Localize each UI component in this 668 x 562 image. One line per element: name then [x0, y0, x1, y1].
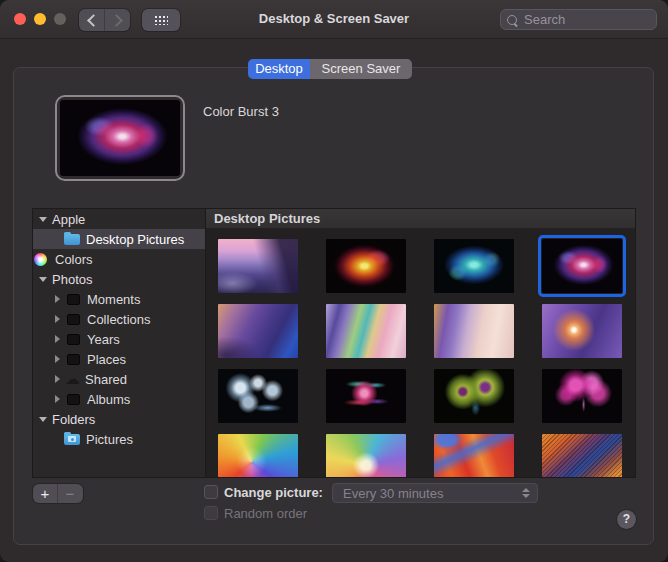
disclosure-open-icon[interactable] — [39, 277, 47, 282]
wallpaper-thumb-abstract-2[interactable] — [326, 304, 406, 358]
sidebar-group-photos[interactable]: Photos — [33, 269, 205, 289]
sidebar-item-label: Albums — [87, 392, 130, 407]
disclosure-open-icon[interactable] — [39, 217, 47, 222]
sidebar-item-shared[interactable]: ☁ Shared — [33, 369, 205, 389]
sidebar-item-collections[interactable]: Collections — [33, 309, 205, 329]
wallpaper-thumb-rainbow-3[interactable] — [434, 434, 514, 477]
wallpaper-thumb-rainbow-2[interactable] — [326, 434, 406, 477]
sidebar-item-label: Years — [87, 332, 120, 347]
disclosure-closed-icon[interactable] — [55, 355, 60, 363]
search-field[interactable] — [500, 9, 657, 30]
interval-popup-button[interactable]: Every 30 minutes — [332, 483, 538, 503]
group-label: Photos — [52, 272, 92, 287]
disclosure-closed-icon[interactable] — [55, 395, 60, 403]
source-split-view: Apple Desktop Pictures Colors Photos Mom… — [32, 208, 636, 478]
sidebar-item-label: Collections — [87, 312, 151, 327]
color-wheel-icon — [34, 253, 47, 266]
wallpaper-thumb-abstract-3[interactable] — [434, 304, 514, 358]
sidebar-item-years[interactable]: Years — [33, 329, 205, 349]
wallpaper-thumb-abstract-4[interactable] — [542, 304, 622, 358]
popup-chevrons-icon — [522, 488, 530, 498]
change-picture-label: Change picture: — [224, 485, 323, 500]
title-bar: Desktop & Screen Saver — [0, 0, 668, 39]
sidebar-group-folders[interactable]: Folders — [33, 409, 205, 429]
help-button[interactable]: ? — [617, 510, 636, 529]
source-sidebar: Apple Desktop Pictures Colors Photos Mom… — [33, 209, 206, 477]
disclosure-closed-icon[interactable] — [55, 315, 60, 323]
sidebar-item-pictures[interactable]: Pictures — [33, 429, 205, 449]
sidebar-item-moments[interactable]: Moments — [33, 289, 205, 309]
sidebar-item-label: Places — [87, 352, 126, 367]
grid-header: Desktop Pictures — [206, 209, 635, 229]
group-label: Apple — [52, 212, 85, 227]
interval-value: Every 30 minutes — [343, 486, 443, 501]
wallpaper-thumb-color-burst-3[interactable] — [542, 239, 622, 293]
wallpaper-thumb-rainbow-1[interactable] — [218, 434, 298, 477]
preferences-window: Desktop & Screen Saver Desktop Screen Sa… — [0, 0, 668, 562]
sidebar-item-desktop-pictures[interactable]: Desktop Pictures — [33, 229, 205, 249]
pictures-folder-icon — [64, 434, 80, 445]
current-wallpaper-preview — [60, 100, 180, 176]
wallpaper-thumb-rainbow-4[interactable] — [542, 434, 622, 477]
sidebar-item-albums[interactable]: Albums — [33, 389, 205, 409]
wallpaper-thumb-flower-2[interactable] — [326, 369, 406, 423]
sidebar-item-label: Pictures — [86, 432, 133, 447]
random-order-label: Random order — [224, 506, 307, 521]
wallpaper-thumb-flower-1[interactable] — [218, 369, 298, 423]
tab-desktop[interactable]: Desktop — [248, 59, 310, 79]
folder-icon — [64, 234, 80, 245]
wallpaper-thumb-flower-4[interactable] — [542, 369, 622, 423]
add-remove-segmented-control: + − — [33, 484, 83, 503]
sidebar-item-colors[interactable]: Colors — [33, 249, 205, 269]
album-icon — [67, 354, 80, 365]
change-picture-checkbox[interactable] — [204, 485, 218, 499]
tab-screen-saver[interactable]: Screen Saver — [310, 59, 412, 79]
sidebar-item-label: Moments — [87, 292, 140, 307]
sidebar-item-places[interactable]: Places — [33, 349, 205, 369]
add-folder-button[interactable]: + — [33, 484, 57, 503]
search-icon — [507, 15, 517, 25]
group-label: Folders — [52, 412, 95, 427]
disclosure-open-icon[interactable] — [39, 417, 47, 422]
wallpaper-thumb-burst-red[interactable] — [326, 239, 406, 293]
album-icon — [67, 314, 80, 325]
wallpaper-grid-pane: Desktop Pictures — [206, 209, 635, 477]
wallpaper-thumb-abstract-1[interactable] — [218, 304, 298, 358]
search-input[interactable] — [522, 11, 656, 28]
sidebar-item-label: Colors — [55, 252, 93, 267]
disclosure-closed-icon[interactable] — [55, 335, 60, 343]
sidebar-item-label: Desktop Pictures — [86, 232, 184, 247]
album-icon — [67, 334, 80, 345]
disclosure-closed-icon[interactable] — [55, 375, 60, 383]
wallpaper-thumb-sierra[interactable] — [218, 239, 298, 293]
disclosure-closed-icon[interactable] — [55, 295, 60, 303]
album-icon — [67, 394, 80, 405]
random-order-checkbox[interactable] — [204, 506, 218, 520]
wallpaper-thumb-flower-3[interactable] — [434, 369, 514, 423]
wallpaper-thumb-burst-blue[interactable] — [434, 239, 514, 293]
remove-folder-button[interactable]: − — [57, 484, 82, 503]
sidebar-group-apple[interactable]: Apple — [33, 209, 205, 229]
sidebar-item-label: Shared — [85, 372, 127, 387]
cloud-icon: ☁ — [65, 374, 80, 385]
album-icon — [67, 294, 80, 305]
current-wallpaper-name: Color Burst 3 — [203, 104, 279, 119]
